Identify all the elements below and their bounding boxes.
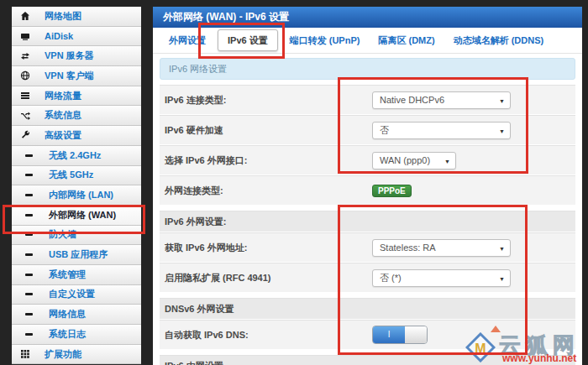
sidebar-item-label: VPN 服务器 <box>45 50 94 62</box>
sidebar-item-network-map[interactable]: 网络地图 <box>12 7 141 27</box>
sidebar-item-label: 网络地图 <box>45 10 81 23</box>
dash-icon <box>25 253 33 256</box>
sidebar-item-usb-apps[interactable]: USB 应用程序 <box>12 245 141 265</box>
sidebar-item-label: 网络信息 <box>49 308 86 321</box>
chevron-down-icon: ▼ <box>499 123 505 140</box>
tab-port-forwarding[interactable]: 端口转发 (UPnP) <box>281 30 370 50</box>
sidebar-item-label: AiDisk <box>45 31 73 41</box>
ipv6-hw-acceleration-select[interactable]: 否▼ <box>372 122 511 139</box>
sidebar-item-label: 外部网络 (WAN) <box>49 209 116 222</box>
dash-icon <box>25 333 33 336</box>
sidebar-item-label: 无线 5GHz <box>49 169 93 181</box>
chevron-down-icon: ▼ <box>444 153 450 170</box>
tab-bar: 外网设置IPv6 设置端口转发 (UPnP)隔离区 (DMZ)动态域名解析 (D… <box>153 28 582 54</box>
field-label: 获取 IPv6 外网地址: <box>165 242 372 254</box>
field-row-ipv6-wan-address: 获取 IPv6 外网地址:Stateless: RA▼ <box>160 232 575 263</box>
grid-icon <box>19 348 31 360</box>
dash-icon <box>25 293 33 295</box>
vpn-server-icon <box>19 50 31 62</box>
chevron-down-icon: ▼ <box>499 270 505 288</box>
selected-value: Stateless: RA <box>380 242 436 253</box>
sidebar: 网络地图AiDiskVPN 服务器VPN 客户端网络流量系统信息高级设置无线 2… <box>12 7 141 365</box>
sidebar-item-advanced-settings[interactable]: 高级设置 <box>12 126 141 146</box>
sidebar-item-label: 系统日志 <box>49 328 86 341</box>
home-icon <box>19 10 31 22</box>
ipv6-wan-address-select[interactable]: Stateless: RA▼ <box>372 239 511 257</box>
section-ipv6-wan-settings: IPv6 外网设置: <box>160 211 575 232</box>
sidebar-item-label: 内部网络 (LAN) <box>49 189 113 201</box>
main-panel: 外部网络 (WAN) - IPv6 设置 外网设置IPv6 设置端口转发 (UP… <box>153 7 582 365</box>
toggle-off-segment <box>405 326 427 343</box>
chevron-down-icon: ▼ <box>499 92 505 110</box>
sidebar-item-extensions[interactable]: 扩展功能 <box>12 345 141 365</box>
sidebar-item-label: 无线 2.4GHz <box>49 149 101 162</box>
field-row-ipv6-wan-interface: 选择 IPv6 外网接口:WAN (ppp0)▼ <box>160 145 575 175</box>
sidebar-list: 网络地图AiDiskVPN 服务器VPN 客户端网络流量系统信息高级设置无线 2… <box>12 7 141 364</box>
watermark-url: www.yunhu.net <box>502 352 576 364</box>
dash-icon <box>25 313 33 315</box>
field-label: 自动获取 IPv6 DNS: <box>165 329 372 342</box>
sidebar-item-wan[interactable]: 外部网络 (WAN) <box>12 206 141 226</box>
field-row-ipv6-hw-acceleration: IPv6 硬件加速否▼ <box>160 115 575 145</box>
field-label: 选择 IPv6 外网接口: <box>165 154 372 167</box>
tab-wan-settings[interactable]: 外网设置 <box>160 30 215 50</box>
field-label: IPv6 硬件加速 <box>165 124 372 137</box>
tab-ddns[interactable]: 动态域名解析 (DDNS) <box>444 30 554 50</box>
sidebar-item-aidisk[interactable]: AiDisk <box>12 27 141 47</box>
sidebar-item-network-traffic[interactable]: 网络流量 <box>12 86 141 107</box>
sidebar-item-wireless-5ghz[interactable]: 无线 5GHz <box>12 166 141 186</box>
shuffle-icon <box>19 110 31 122</box>
sidebar-item-label: 扩展功能 <box>45 348 81 361</box>
selected-value: WAN (ppp0) <box>380 155 430 165</box>
sidebar-item-firewall[interactable]: 防火墙 <box>12 226 141 246</box>
section-dnsv6-wan-settings: DNSv6 外网设置 <box>160 298 575 320</box>
dash-icon <box>25 233 33 236</box>
auto-ipv6-dns-toggle[interactable]: l <box>372 326 428 344</box>
disk-icon <box>19 30 31 42</box>
dash-icon <box>25 214 33 216</box>
globe-icon <box>19 70 31 81</box>
section-banner: IPv6 网络设置 <box>160 58 575 80</box>
sidebar-item-lan[interactable]: 内部网络 (LAN) <box>12 185 141 206</box>
router-admin-page: 网络地图AiDiskVPN 服务器VPN 客户端网络流量系统信息高级设置无线 2… <box>0 0 588 365</box>
tab-ipv6-settings[interactable]: IPv6 设置 <box>218 29 278 51</box>
ipv6-wan-interface-select[interactable]: WAN (ppp0)▼ <box>372 152 456 169</box>
sidebar-item-label: 系统管理 <box>49 269 86 281</box>
dash-icon <box>25 174 33 176</box>
sidebar-item-vpn-client[interactable]: VPN 客户端 <box>12 66 141 86</box>
traffic-icon <box>19 90 31 102</box>
watermark-logo-icon: M <box>465 332 496 362</box>
chevron-down-icon: ▼ <box>499 240 505 258</box>
sidebar-item-label: 高级设置 <box>45 129 81 142</box>
wan-connection-type-badge: PPPoE <box>372 185 412 197</box>
sidebar-item-label: VPN 客户端 <box>45 70 94 82</box>
sidebar-item-wireless-24ghz[interactable]: 无线 2.4GHz <box>12 146 141 166</box>
selected-value: 否 (*) <box>380 273 402 283</box>
sidebar-item-network-info[interactable]: 网络信息 <box>12 305 141 325</box>
sidebar-item-system-info[interactable]: 系统信息 <box>12 106 141 126</box>
field-label: 外网连接类型: <box>165 185 372 197</box>
form-rows: IPv6 连接类型:Native DHCPv6▼IPv6 硬件加速否▼选择 IP… <box>160 85 575 365</box>
tab-dmz[interactable]: 隔离区 (DMZ) <box>369 30 444 50</box>
sidebar-item-administration[interactable]: 系统管理 <box>12 265 141 285</box>
sidebar-item-label: 系统信息 <box>45 109 81 122</box>
page-title: 外部网络 (WAN) - IPv6 设置 <box>153 7 582 28</box>
sidebar-item-system-log[interactable]: 系统日志 <box>12 325 141 345</box>
sidebar-item-label: USB 应用程序 <box>49 248 108 261</box>
toggle-on-segment: l <box>373 326 405 343</box>
selected-value: Native DHCPv6 <box>380 95 444 105</box>
field-label: DNSv6 外网设置 <box>165 303 575 315</box>
field-label: 启用隐私扩展 (RFC 4941) <box>165 272 372 284</box>
privacy-extension-select[interactable]: 否 (*)▼ <box>372 269 511 287</box>
dash-icon <box>25 154 33 157</box>
field-row-wan-connection-type: 外网连接类型:PPPoE <box>160 175 575 206</box>
dash-icon <box>25 194 33 196</box>
wrench-icon <box>19 129 31 141</box>
selected-value: 否 <box>380 125 389 135</box>
sidebar-item-vpn-server[interactable]: VPN 服务器 <box>12 46 141 66</box>
dash-icon <box>25 274 33 276</box>
ipv6-connection-type-select[interactable]: Native DHCPv6▼ <box>372 91 511 109</box>
sidebar-item-label: 网络流量 <box>45 90 81 102</box>
field-label: IPv6 连接类型: <box>165 94 372 107</box>
sidebar-item-custom-settings[interactable]: 自定义设置 <box>12 285 141 305</box>
